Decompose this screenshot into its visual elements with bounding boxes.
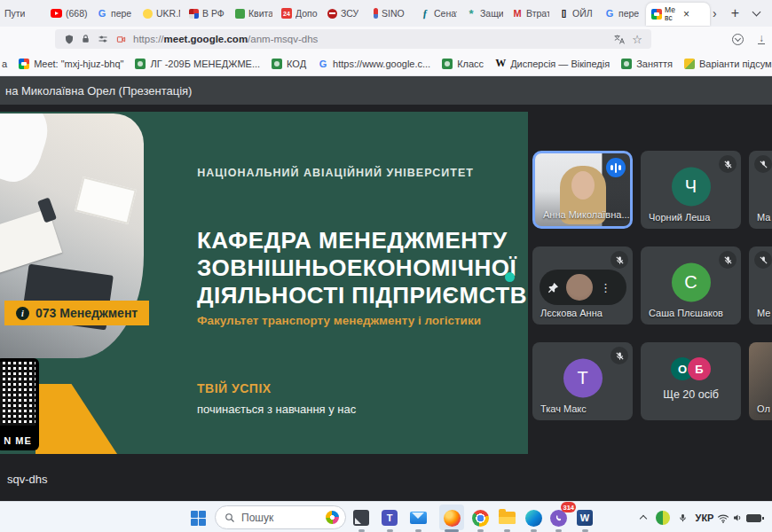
word-icon: W <box>577 510 593 526</box>
participant-tile[interactable]: Т Ткач Макс <box>532 342 633 420</box>
program-badge-label: 073 Менеджмент <box>35 306 138 320</box>
tab-zashchy[interactable]: *Защи <box>461 0 508 27</box>
qr-code <box>0 362 35 426</box>
taskbar-word[interactable]: W <box>573 506 596 529</box>
bookmark-google[interactable]: Ghttps://www.google.c... <box>318 59 430 69</box>
address-bar[interactable]: https://meet.google.com/anm-msqv-dhs ☆ <box>55 29 651 49</box>
tab-meet-active[interactable]: Ме вс × <box>646 3 710 26</box>
ticket-icon <box>235 9 245 19</box>
pocket-icon[interactable] <box>732 34 744 45</box>
tab-ukrnet[interactable]: UKR.N <box>138 0 185 27</box>
chrome-icon <box>472 510 489 527</box>
start-button[interactable] <box>186 506 209 529</box>
stop-icon <box>327 9 337 19</box>
tab-translate[interactable]: Gпере <box>92 0 138 27</box>
taskbar-viber[interactable]: 314 <box>547 506 570 529</box>
taskbar-explorer[interactable] <box>495 506 518 529</box>
tray-app-icon <box>656 511 670 525</box>
close-tab-icon[interactable]: × <box>683 9 689 20</box>
taskbar-edge[interactable] <box>522 506 545 529</box>
faculty-subtitle: Факультет транспорту менеджменту і логіс… <box>197 314 481 327</box>
bookmark-star-icon[interactable]: ☆ <box>632 33 642 46</box>
participant-tile-speaker[interactable]: Анна Миколаївна... <box>532 151 633 229</box>
translate-icon[interactable] <box>613 34 626 45</box>
brackets-icon: [] <box>558 8 569 19</box>
tab-oil[interactable]: []ОЙЛ <box>554 0 600 27</box>
meet-icon <box>651 9 662 20</box>
meet-icon <box>19 59 29 69</box>
taskbar-teams[interactable]: T <box>378 506 401 529</box>
more-options-icon[interactable]: ⋮ <box>600 281 611 294</box>
avatar: Т <box>563 358 603 397</box>
tab-vrf[interactable]: В РФ <box>185 0 231 27</box>
permissions-icon[interactable] <box>97 34 109 44</box>
taskbar-app-dark[interactable] <box>350 506 373 529</box>
edge-icon <box>525 510 542 527</box>
tab-zsu[interactable]: ЗСУ <box>323 0 369 27</box>
participant-tile[interactable]: Ч Чорний Леша <box>641 151 741 229</box>
firefox-icon <box>444 510 461 527</box>
participant-tile-partial[interactable]: Ме <box>749 246 772 325</box>
bookmark-partial[interactable]: a <box>2 59 7 69</box>
classroom-icon <box>135 59 146 69</box>
browser-tab-bar: Пути (668) Gпере UKR.N В РФ Квита 24Допо… <box>0 0 772 27</box>
participant-tile[interactable]: С Саша Плєшаков <box>641 246 741 325</box>
tab-overflow-button[interactable]: › <box>713 6 717 20</box>
more-participants-tile[interactable]: О Б Ще 20 осіб <box>641 342 741 420</box>
avatar <box>566 274 593 301</box>
bookmark-zaniattia[interactable]: Заняття <box>621 59 673 69</box>
tray-battery[interactable] <box>742 506 765 529</box>
url-text: https://meet.google.com/anm-msqv-dhs <box>133 34 607 44</box>
participant-tile-partial[interactable]: Ол <box>749 342 772 420</box>
info-icon: i <box>16 307 29 320</box>
tab-sino[interactable]: SINO <box>369 0 415 27</box>
shield-icon[interactable] <box>64 34 75 45</box>
bookmark-varianty[interactable]: Варіанти підсумкової... <box>684 59 772 69</box>
clover-icon: * <box>466 8 477 19</box>
participant-name: Ма <box>757 212 770 223</box>
bookmark-klass[interactable]: Класс <box>442 59 484 69</box>
search-highlight-icon[interactable] <box>326 511 339 524</box>
tab-dopo[interactable]: 24Допо <box>277 0 323 27</box>
folder-icon <box>499 512 516 524</box>
tab-kvyta[interactable]: Квита <box>231 0 277 27</box>
program-badge: i 073 Менеджмент <box>4 301 149 325</box>
presenter-name: на Миколаївна Орел (Презентація) <box>0 84 192 98</box>
meet-presenter-header: на Миколаївна Орел (Презентація) <box>0 76 772 105</box>
taskbar-firefox[interactable] <box>440 506 463 529</box>
bookmark-kod[interactable]: КОД <box>272 59 306 69</box>
search-label: Пошук <box>241 512 273 524</box>
taskbar-search[interactable]: Пошук <box>215 505 346 529</box>
tab-translate2[interactable]: Gпере <box>600 0 646 27</box>
tab-senat[interactable]: ƒСенат <box>415 0 461 27</box>
bookmark-meet[interactable]: Meet: "mxj-hjuz-bhq" <box>19 59 123 69</box>
mic-off-icon <box>754 251 772 269</box>
participant-chips: О Б <box>641 357 741 380</box>
tab-putin[interactable]: Пути <box>0 0 46 27</box>
bookmark-wikipedia[interactable]: WДисперсія — Вікіпедія <box>495 59 610 69</box>
ukrnet-icon <box>143 9 153 19</box>
pin-icon[interactable] <box>547 282 559 293</box>
taskbar-chrome[interactable] <box>469 506 492 529</box>
screen: Пути (668) Gпере UKR.N В РФ Квита 24Допо… <box>0 0 772 532</box>
downloads-icon[interactable]: ↓ <box>758 34 765 44</box>
university-name: НАЦІОНАЛЬНИЙ АВІАЦІЙНИЙ УНІВЕРСИТЕТ <box>142 167 528 179</box>
tab-youtube[interactable]: (668) <box>46 0 92 27</box>
tab-list-button[interactable] <box>752 8 761 17</box>
google-icon: G <box>604 8 615 19</box>
orange-shape <box>35 384 117 454</box>
bookmark-classroom-lg[interactable]: ЛГ -209Б МЕНЕДЖМЕ... <box>135 59 260 69</box>
camera-blocked-icon[interactable] <box>115 35 127 44</box>
channel24-icon: 24 <box>281 8 292 19</box>
participant-name: Анна Миколаївна... <box>543 209 630 220</box>
taskbar-mail[interactable] <box>406 506 429 529</box>
meet-control-bar: sqv-dhs ! CC ☺ ⋮ i <box>0 457 772 501</box>
tab-vtraty[interactable]: MВтрат <box>508 0 554 27</box>
windows-logo-icon <box>191 511 206 526</box>
classroom-icon <box>621 59 632 69</box>
participant-tile-partial[interactable]: Ма <box>749 151 772 229</box>
new-tab-button[interactable]: + <box>731 5 739 21</box>
teal-dot <box>505 272 515 282</box>
lock-icon[interactable] <box>81 34 91 44</box>
participant-tile-hovered[interactable]: ⋮ Лєскова Анна <box>532 246 633 325</box>
